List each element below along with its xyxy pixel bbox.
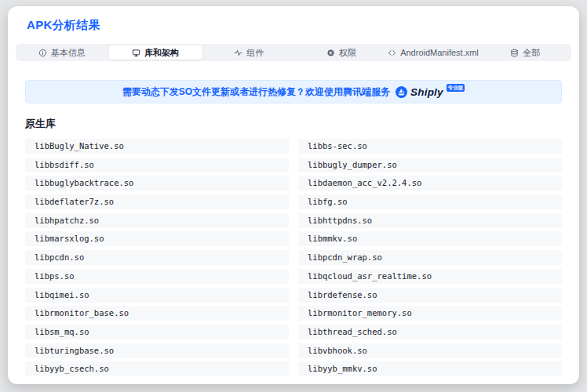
lib-item: libbsdiff.so <box>25 158 289 172</box>
tab-label: AndroidManifest.xml <box>400 48 479 57</box>
tab-bar: 基本信息库和架构组件权限AndroidManifest.xml全部 <box>16 44 571 61</box>
lib-item: libdaemon_acc_v2.2.4.so <box>298 176 562 191</box>
shiply-brand-name: Shiply <box>410 86 443 98</box>
info-circle-icon <box>38 49 47 57</box>
lib-item: libbuglybacktrace.so <box>25 176 289 191</box>
lib-item: libpcdn.so <box>25 250 289 265</box>
lib-item: libbugly_dumper.so <box>298 158 562 172</box>
lib-item: libsm_mq.so <box>25 325 289 339</box>
tab-manifest[interactable]: AndroidManifest.xml <box>387 44 479 61</box>
tab-label: 库和架构 <box>144 47 179 59</box>
lib-item: libyyb_csech.so <box>25 361 289 376</box>
lib-item: libps.so <box>25 269 289 284</box>
tab-label: 全部 <box>523 47 540 59</box>
shiply-brand: Shiply 专业版 <box>396 86 465 98</box>
gear-icon <box>326 49 335 57</box>
lib-item: libpcdn_wrap.so <box>298 250 562 265</box>
lib-item: libvbhook.so <box>298 343 562 358</box>
lib-item: libyyb_mmkv.so <box>298 361 562 376</box>
lib-item: librmonitor_base.so <box>25 306 289 321</box>
lib-item: libqimei.so <box>25 288 289 303</box>
lib-item: libthread_sched.so <box>298 325 562 339</box>
lib-item: libbs-sec.so <box>298 139 562 154</box>
lib-item: libmmkv.so <box>298 231 562 246</box>
lib-item: libhttpdns.so <box>298 213 562 228</box>
lib-item: libhpatchz.so <box>25 213 289 228</box>
lib-item: libqcloud_asr_realtime.so <box>298 269 562 284</box>
shiply-badge: 专业版 <box>447 84 465 93</box>
banner-text: 需要动态下发SO文件更新或者进行热修复？欢迎使用腾讯端服务 <box>122 85 390 99</box>
shiply-promo-banner[interactable]: 需要动态下发SO文件更新或者进行热修复？欢迎使用腾讯端服务 Shiply 专业版 <box>25 80 562 103</box>
lib-item: libBugly_Native.so <box>25 139 289 154</box>
tab-components[interactable]: 组件 <box>203 44 295 61</box>
native-libs-column-left: libBugly_Native.solibbsdiff.solibbuglyba… <box>25 139 289 376</box>
tab-libs-arch[interactable]: 库和架构 <box>109 45 201 60</box>
tab-label: 基本信息 <box>51 47 86 59</box>
tab-label: 组件 <box>246 47 264 59</box>
lib-item: libfg.so <box>298 194 562 209</box>
database-icon <box>510 49 519 57</box>
monitor-icon <box>132 49 140 57</box>
native-libs-column-right: libbs-sec.solibbugly_dumper.solibdaemon_… <box>298 139 562 376</box>
tab-permissions[interactable]: 权限 <box>295 44 387 61</box>
apk-analysis-card: APK分析结果 基本信息库和架构组件权限AndroidManifest.xml全… <box>8 6 579 384</box>
native-libs-list: libBugly_Native.solibbsdiff.solibbuglyba… <box>25 139 562 376</box>
code-icon <box>388 49 396 57</box>
lib-item: libdeflater7z.so <box>25 194 289 209</box>
lib-item: libturingbase.so <box>25 343 289 358</box>
tab-label: 权限 <box>339 47 356 59</box>
activity-icon <box>234 49 242 57</box>
lib-item: librmonitor_memory.so <box>298 306 562 321</box>
page-title: APK分析结果 <box>27 18 579 33</box>
native-libs-heading: 原生库 <box>25 117 562 131</box>
tab-all[interactable]: 全部 <box>479 44 571 61</box>
tab-basic-info[interactable]: 基本信息 <box>16 44 108 61</box>
lib-item: libmarsxlog.so <box>25 231 289 246</box>
lib-item: librdefense.so <box>298 288 562 303</box>
shiply-sailboat-icon <box>396 86 407 98</box>
